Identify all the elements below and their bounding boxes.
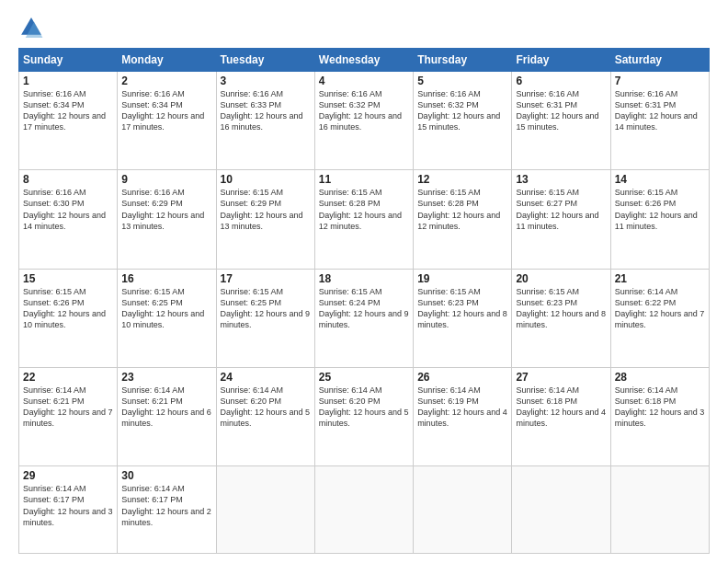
calendar-cell	[610, 466, 709, 554]
calendar-cell: 1Sunrise: 6:16 AMSunset: 6:34 PMDaylight…	[19, 72, 118, 170]
day-number: 6	[516, 75, 606, 87]
weekday-header: Wednesday	[314, 49, 413, 72]
weekday-header: Monday	[118, 49, 216, 72]
calendar-cell: 15Sunrise: 6:15 AMSunset: 6:26 PMDayligh…	[19, 269, 118, 367]
calendar-cell: 13Sunrise: 6:15 AMSunset: 6:27 PMDayligh…	[512, 170, 610, 269]
day-number: 27	[516, 371, 606, 384]
weekday-header: Friday	[512, 49, 610, 72]
calendar-cell: 20Sunrise: 6:15 AMSunset: 6:23 PMDayligh…	[512, 269, 610, 367]
day-info: Sunrise: 6:16 AMSunset: 6:31 PMDaylight:…	[516, 88, 606, 133]
calendar-week-row: 1Sunrise: 6:16 AMSunset: 6:34 PMDaylight…	[19, 72, 710, 170]
day-info: Sunrise: 6:14 AMSunset: 6:18 PMDaylight:…	[615, 385, 705, 430]
day-number: 12	[417, 173, 507, 186]
calendar-cell: 18Sunrise: 6:15 AMSunset: 6:24 PMDayligh…	[314, 269, 413, 367]
calendar-cell: 9Sunrise: 6:16 AMSunset: 6:29 PMDaylight…	[118, 170, 216, 269]
calendar-cell: 8Sunrise: 6:16 AMSunset: 6:30 PMDaylight…	[19, 170, 118, 269]
day-info: Sunrise: 6:15 AMSunset: 6:24 PMDaylight:…	[319, 286, 409, 331]
day-number: 22	[23, 371, 113, 384]
day-info: Sunrise: 6:15 AMSunset: 6:23 PMDaylight:…	[516, 286, 606, 331]
day-info: Sunrise: 6:15 AMSunset: 6:25 PMDaylight:…	[121, 286, 211, 331]
day-info: Sunrise: 6:14 AMSunset: 6:22 PMDaylight:…	[615, 286, 705, 331]
day-info: Sunrise: 6:14 AMSunset: 6:20 PMDaylight:…	[221, 385, 311, 430]
day-info: Sunrise: 6:15 AMSunset: 6:26 PMDaylight:…	[615, 187, 705, 232]
calendar-cell: 11Sunrise: 6:15 AMSunset: 6:28 PMDayligh…	[314, 170, 413, 269]
day-number: 2	[121, 75, 211, 87]
day-number: 15	[23, 272, 113, 285]
day-info: Sunrise: 6:15 AMSunset: 6:28 PMDaylight:…	[319, 187, 409, 232]
calendar-cell: 4Sunrise: 6:16 AMSunset: 6:32 PMDaylight…	[314, 72, 413, 170]
day-number: 25	[319, 371, 409, 384]
day-number: 13	[516, 173, 606, 186]
day-info: Sunrise: 6:16 AMSunset: 6:34 PMDaylight:…	[121, 88, 211, 133]
day-info: Sunrise: 6:16 AMSunset: 6:30 PMDaylight:…	[23, 187, 113, 232]
day-info: Sunrise: 6:15 AMSunset: 6:25 PMDaylight:…	[221, 286, 311, 331]
calendar-cell: 10Sunrise: 6:15 AMSunset: 6:29 PMDayligh…	[216, 170, 314, 269]
day-info: Sunrise: 6:14 AMSunset: 6:17 PMDaylight:…	[121, 483, 211, 528]
weekday-header-row: SundayMondayTuesdayWednesdayThursdayFrid…	[19, 49, 710, 72]
calendar-cell: 12Sunrise: 6:15 AMSunset: 6:28 PMDayligh…	[414, 170, 512, 269]
day-info: Sunrise: 6:16 AMSunset: 6:29 PMDaylight:…	[121, 187, 211, 232]
day-number: 26	[417, 371, 507, 384]
calendar-cell	[216, 466, 314, 554]
calendar-cell	[512, 466, 610, 554]
calendar-cell: 5Sunrise: 6:16 AMSunset: 6:32 PMDaylight…	[414, 72, 512, 170]
day-number: 18	[319, 272, 409, 285]
header	[18, 15, 710, 40]
calendar-cell: 27Sunrise: 6:14 AMSunset: 6:18 PMDayligh…	[512, 367, 610, 465]
calendar-table: SundayMondayTuesdayWednesdayThursdayFrid…	[18, 48, 710, 554]
day-info: Sunrise: 6:14 AMSunset: 6:17 PMDaylight:…	[23, 483, 113, 528]
day-info: Sunrise: 6:16 AMSunset: 6:32 PMDaylight:…	[417, 88, 507, 133]
weekday-header: Tuesday	[216, 49, 314, 72]
calendar-cell: 2Sunrise: 6:16 AMSunset: 6:34 PMDaylight…	[118, 72, 216, 170]
calendar-cell: 6Sunrise: 6:16 AMSunset: 6:31 PMDaylight…	[512, 72, 610, 170]
day-number: 21	[615, 272, 705, 285]
day-info: Sunrise: 6:15 AMSunset: 6:26 PMDaylight:…	[23, 286, 113, 331]
calendar-week-row: 22Sunrise: 6:14 AMSunset: 6:21 PMDayligh…	[19, 367, 710, 465]
day-number: 5	[417, 75, 507, 87]
calendar-cell: 29Sunrise: 6:14 AMSunset: 6:17 PMDayligh…	[19, 466, 118, 554]
calendar-cell: 7Sunrise: 6:16 AMSunset: 6:31 PMDaylight…	[610, 72, 709, 170]
day-number: 16	[121, 272, 211, 285]
logo	[18, 15, 48, 40]
day-info: Sunrise: 6:16 AMSunset: 6:33 PMDaylight:…	[221, 88, 311, 133]
calendar-cell: 21Sunrise: 6:14 AMSunset: 6:22 PMDayligh…	[610, 269, 709, 367]
day-number: 4	[319, 75, 409, 87]
day-info: Sunrise: 6:15 AMSunset: 6:29 PMDaylight:…	[221, 187, 311, 232]
day-number: 24	[221, 371, 311, 384]
calendar-cell: 23Sunrise: 6:14 AMSunset: 6:21 PMDayligh…	[118, 367, 216, 465]
weekday-header: Thursday	[414, 49, 512, 72]
day-number: 10	[221, 173, 311, 186]
calendar-cell: 22Sunrise: 6:14 AMSunset: 6:21 PMDayligh…	[19, 367, 118, 465]
day-number: 11	[319, 173, 409, 186]
calendar-week-row: 15Sunrise: 6:15 AMSunset: 6:26 PMDayligh…	[19, 269, 710, 367]
calendar-cell: 25Sunrise: 6:14 AMSunset: 6:20 PMDayligh…	[314, 367, 413, 465]
day-number: 7	[615, 75, 705, 87]
calendar-cell: 26Sunrise: 6:14 AMSunset: 6:19 PMDayligh…	[414, 367, 512, 465]
calendar-cell: 14Sunrise: 6:15 AMSunset: 6:26 PMDayligh…	[610, 170, 709, 269]
day-info: Sunrise: 6:14 AMSunset: 6:21 PMDaylight:…	[121, 385, 211, 430]
day-number: 20	[516, 272, 606, 285]
weekday-header: Saturday	[610, 49, 709, 72]
calendar-cell: 3Sunrise: 6:16 AMSunset: 6:33 PMDaylight…	[216, 72, 314, 170]
calendar-cell: 17Sunrise: 6:15 AMSunset: 6:25 PMDayligh…	[216, 269, 314, 367]
day-number: 23	[121, 371, 211, 384]
calendar-cell: 24Sunrise: 6:14 AMSunset: 6:20 PMDayligh…	[216, 367, 314, 465]
day-info: Sunrise: 6:14 AMSunset: 6:19 PMDaylight:…	[417, 385, 507, 430]
calendar-cell: 19Sunrise: 6:15 AMSunset: 6:23 PMDayligh…	[414, 269, 512, 367]
weekday-header: Sunday	[19, 49, 118, 72]
day-info: Sunrise: 6:16 AMSunset: 6:32 PMDaylight:…	[319, 88, 409, 133]
calendar-cell	[414, 466, 512, 554]
day-number: 28	[615, 371, 705, 384]
day-number: 9	[121, 173, 211, 186]
calendar-week-row: 29Sunrise: 6:14 AMSunset: 6:17 PMDayligh…	[19, 466, 710, 554]
calendar-cell	[314, 466, 413, 554]
day-number: 17	[221, 272, 311, 285]
day-info: Sunrise: 6:15 AMSunset: 6:23 PMDaylight:…	[417, 286, 507, 331]
day-info: Sunrise: 6:14 AMSunset: 6:18 PMDaylight:…	[516, 385, 606, 430]
calendar-cell: 28Sunrise: 6:14 AMSunset: 6:18 PMDayligh…	[610, 367, 709, 465]
day-number: 1	[23, 75, 113, 87]
day-number: 3	[221, 75, 311, 87]
day-info: Sunrise: 6:16 AMSunset: 6:31 PMDaylight:…	[615, 88, 705, 133]
day-number: 29	[23, 469, 113, 482]
day-info: Sunrise: 6:14 AMSunset: 6:21 PMDaylight:…	[23, 385, 113, 430]
